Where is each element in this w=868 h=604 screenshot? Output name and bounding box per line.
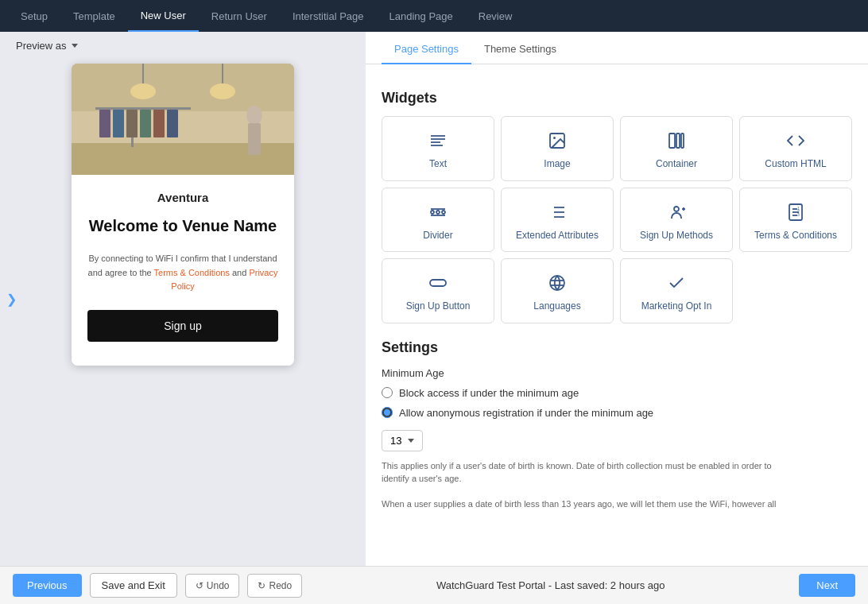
nav-item-template[interactable]: Template: [60, 0, 128, 32]
nav-item-landing[interactable]: Landing Page: [377, 0, 466, 32]
bottom-bar: Previous Save and Exit ↺ Undo ↻ Redo Wat…: [0, 566, 868, 604]
radio-allow-anonymous[interactable]: Allow anonymous registration if under th…: [382, 407, 852, 419]
svg-point-15: [246, 106, 262, 125]
widget-marketing-opt-in-label: Marketing Opt In: [641, 300, 712, 313]
svg-rect-7: [95, 107, 191, 110]
terms-link[interactable]: Terms & Conditions: [154, 268, 230, 277]
svg-point-26: [431, 211, 434, 214]
nav-item-return-user[interactable]: Return User: [199, 0, 280, 32]
radio-block-access-input[interactable]: [382, 387, 393, 398]
widget-languages[interactable]: Languages: [501, 258, 614, 323]
widget-custom-html[interactable]: Custom HTML: [739, 116, 852, 181]
widget-terms-conditions[interactable]: 123 Terms & Conditions: [739, 188, 852, 253]
nav-item-interstitial[interactable]: Interstitial Page: [280, 0, 377, 32]
signup-methods-icon: [667, 201, 686, 223]
device-preview-container: Aventura Welcome to Venue Name By connec…: [0, 60, 366, 366]
svg-rect-12: [140, 110, 151, 137]
widget-image-label: Image: [544, 158, 570, 171]
save-exit-button[interactable]: Save and Exit: [90, 573, 177, 598]
svg-point-28: [442, 211, 445, 214]
widget-sign-up-methods[interactable]: Sign Up Methods: [620, 188, 733, 253]
button-icon: [428, 272, 448, 294]
welcome-heading: Welcome to Venue Name: [87, 215, 278, 236]
redo-icon: ↻: [258, 580, 265, 591]
venue-name-text: Aventura: [87, 191, 278, 204]
minimum-age-label: Minimum Age: [382, 367, 852, 379]
widget-terms-conditions-label: Terms & Conditions: [754, 230, 837, 242]
status-text: WatchGuard Test Portal - Last saved: 2 h…: [310, 579, 791, 591]
settings-title: Settings: [382, 339, 852, 356]
widget-sign-up-methods-label: Sign Up Methods: [640, 230, 713, 242]
tab-page-settings[interactable]: Page Settings: [382, 32, 471, 64]
widget-image[interactable]: Image: [501, 116, 614, 181]
undo-button[interactable]: ↺ Undo: [185, 574, 240, 598]
svg-rect-16: [248, 123, 261, 155]
left-panel: Preview as ❯: [0, 32, 366, 566]
svg-rect-11: [126, 110, 138, 137]
widget-extended-attributes[interactable]: Extended Attributes: [501, 188, 614, 253]
age-select-row: 13: [382, 430, 852, 451]
svg-rect-13: [153, 110, 165, 137]
widget-container[interactable]: Container: [620, 116, 733, 181]
tab-theme-settings[interactable]: Theme Settings: [471, 32, 569, 64]
widget-custom-html-label: Custom HTML: [765, 158, 826, 171]
widget-text-label: Text: [429, 158, 447, 171]
widget-divider[interactable]: Divider: [382, 188, 494, 253]
terms-description: By connecting to WiFi I confirm that I u…: [87, 252, 278, 294]
container-icon: [667, 130, 686, 152]
svg-rect-24: [676, 134, 680, 148]
redo-label: Redo: [269, 580, 292, 591]
svg-point-4: [130, 83, 156, 99]
next-button[interactable]: Next: [799, 574, 855, 597]
expand-arrow-icon[interactable]: ❯: [6, 292, 17, 307]
widget-languages-label: Languages: [533, 300, 580, 313]
redo-button[interactable]: ↻ Redo: [247, 574, 302, 598]
nav-item-new-user[interactable]: New User: [128, 0, 199, 32]
widget-text[interactable]: Text: [382, 116, 494, 181]
nav-item-review[interactable]: Review: [466, 0, 525, 32]
age-dropdown-chevron-icon: [408, 439, 414, 443]
widget-sign-up-button[interactable]: Sign Up Button: [382, 258, 494, 323]
svg-text:3: 3: [797, 212, 800, 217]
image-icon: [548, 130, 567, 152]
terms-mid: and: [230, 268, 249, 277]
main-layout: Preview as ❯: [0, 32, 868, 566]
signup-button[interactable]: Sign up: [87, 310, 278, 342]
preview-as-selector[interactable]: Preview as: [0, 40, 366, 60]
nav-item-setup[interactable]: Setup: [8, 0, 60, 32]
radio-block-access[interactable]: Block access if under the minimum age: [382, 387, 852, 399]
radio-block-access-label: Block access if under the minimum age: [399, 387, 579, 399]
list-icon: [548, 201, 567, 223]
check-icon: [667, 272, 686, 294]
help-text-1: This applies only if a user's date of bi…: [382, 459, 779, 486]
widget-marketing-opt-in[interactable]: Marketing Opt In: [620, 258, 733, 323]
venue-header-image: [72, 64, 294, 175]
widget-sign-up-button-label: Sign Up Button: [406, 300, 471, 313]
widgets-title: Widgets: [382, 90, 852, 106]
radio-allow-anonymous-label: Allow anonymous registration if under th…: [399, 407, 653, 419]
svg-rect-25: [681, 134, 684, 148]
svg-rect-47: [430, 280, 446, 286]
age-value: 13: [390, 435, 401, 447]
svg-rect-14: [167, 110, 178, 137]
svg-point-22: [553, 137, 556, 139]
chevron-down-icon: [72, 44, 78, 48]
svg-point-6: [210, 83, 235, 99]
code-icon: [786, 130, 805, 152]
svg-rect-9: [99, 110, 110, 137]
device-frame: Aventura Welcome to Venue Name By connec…: [72, 64, 294, 366]
device-body: Aventura Welcome to Venue Name By connec…: [72, 175, 294, 366]
minimum-age-radio-group: Block access if under the minimum age Al…: [382, 387, 852, 419]
previous-button[interactable]: Previous: [13, 574, 82, 597]
right-panel: Page Settings Theme Settings Widgets Tex…: [366, 32, 868, 566]
widget-divider-label: Divider: [423, 230, 452, 242]
svg-point-48: [550, 276, 564, 290]
svg-point-27: [436, 211, 440, 214]
age-dropdown[interactable]: 13: [382, 430, 423, 451]
top-navigation: Setup Template New User Return User Inte…: [0, 0, 868, 32]
undo-icon: ↺: [196, 580, 203, 591]
svg-point-37: [674, 207, 679, 211]
text-icon: [428, 130, 448, 152]
radio-allow-anonymous-input[interactable]: [382, 407, 393, 418]
help-text-2: When a user supplies a date of birth les…: [382, 498, 779, 511]
